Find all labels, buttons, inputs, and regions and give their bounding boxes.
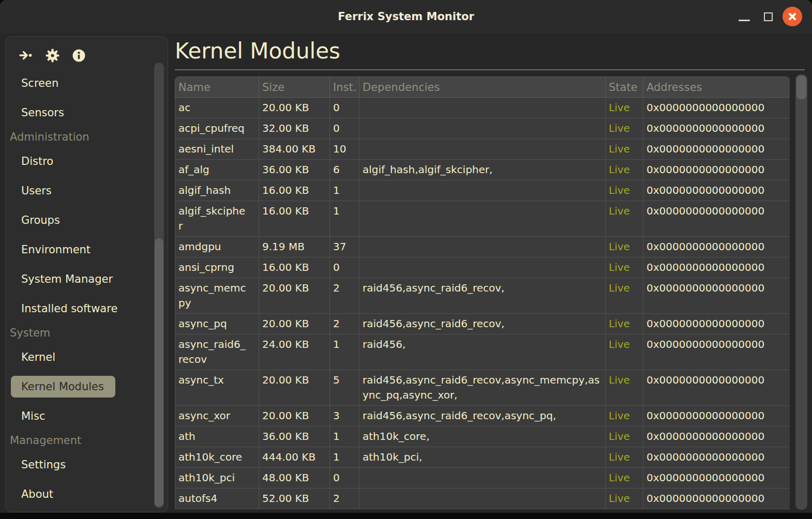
cell-addr: 0x0000000000000000 bbox=[643, 370, 790, 406]
sidebar-item-misc[interactable]: Misc bbox=[6, 401, 156, 431]
cell-size: 384.00 KB bbox=[259, 139, 330, 160]
arrow-right-button[interactable] bbox=[18, 47, 34, 64]
cell-addr: 0x0000000000000000 bbox=[643, 278, 790, 314]
table-row[interactable]: aesni_intel384.00 KB10Live0x000000000000… bbox=[175, 139, 790, 160]
cell-inst: 6 bbox=[330, 160, 359, 180]
table-row[interactable]: ac20.00 KB0Live0x0000000000000000 bbox=[175, 98, 790, 118]
cell-inst: 1 bbox=[330, 334, 359, 370]
table-row[interactable]: amdgpu9.19 MB37Live0x0000000000000000 bbox=[175, 237, 790, 257]
settings-button[interactable] bbox=[44, 47, 60, 64]
sidebar-item-label: Environment bbox=[21, 243, 91, 256]
table-scrollbar[interactable] bbox=[795, 74, 807, 510]
cell-size: 52.00 KB bbox=[259, 489, 330, 509]
cell-deps: ath10k_core, bbox=[359, 426, 606, 447]
sidebar-item-kernel-modules[interactable]: Kernel Modules bbox=[6, 372, 156, 401]
cell-deps bbox=[359, 118, 606, 139]
minimize-button[interactable] bbox=[732, 0, 756, 33]
arrow-right-icon bbox=[19, 49, 33, 62]
sidebar-item-settings[interactable]: Settings bbox=[6, 450, 156, 479]
cell-deps bbox=[359, 257, 606, 278]
table-row[interactable]: async_pq20.00 KB2raid456,async_raid6_rec… bbox=[175, 314, 790, 334]
sidebar-item-label: Installed software bbox=[21, 302, 117, 315]
sidebar-item-screen[interactable]: Screen bbox=[6, 68, 156, 98]
sidebar-section-system: System bbox=[6, 323, 156, 342]
cell-inst: 5 bbox=[330, 370, 359, 406]
maximize-button[interactable] bbox=[756, 0, 780, 33]
sidebar-item-environment[interactable]: Environment bbox=[6, 235, 156, 264]
table-row[interactable]: autofs452.00 KB2Live0x0000000000000000 bbox=[175, 489, 790, 509]
modules-table: NameSizeInst.DependenciesStateAddresses … bbox=[175, 77, 790, 509]
cell-state: Live bbox=[606, 370, 643, 406]
table-row[interactable]: ath36.00 KB1ath10k_core,Live0x0000000000… bbox=[175, 426, 790, 447]
table-row[interactable]: algif_hash16.00 KB1Live0x000000000000000… bbox=[175, 180, 790, 201]
cell-name: async_pq bbox=[175, 314, 259, 334]
table-row[interactable]: ansi_cprng16.00 KB0Live0x000000000000000… bbox=[175, 257, 790, 278]
table-row[interactable]: af_alg36.00 KB6algif_hash,algif_skcipher… bbox=[175, 160, 790, 180]
cell-state: Live bbox=[606, 180, 643, 201]
cell-size: 20.00 KB bbox=[259, 370, 330, 406]
cell-size: 24.00 KB bbox=[259, 334, 330, 370]
sidebar-scrollbar[interactable] bbox=[154, 63, 164, 508]
cell-state: Live bbox=[606, 447, 643, 468]
cell-deps: raid456,async_raid6_recov, bbox=[359, 314, 606, 334]
column-header-state[interactable]: State bbox=[606, 77, 643, 98]
cell-name: ath bbox=[175, 426, 259, 447]
cell-name: ansi_cprng bbox=[175, 257, 259, 278]
table-row[interactable]: async_raid6_recov24.00 KB1raid456,Live0x… bbox=[175, 334, 790, 370]
cell-state: Live bbox=[606, 257, 643, 278]
sidebar-item-label: Groups bbox=[21, 214, 60, 226]
cell-name: async_xor bbox=[175, 406, 259, 426]
sidebar-item-distro[interactable]: Distro bbox=[6, 146, 156, 176]
cell-name: async_tx bbox=[175, 370, 259, 406]
sidebar-item-users[interactable]: Users bbox=[6, 176, 156, 205]
table-scrollbar-thumb[interactable] bbox=[796, 75, 806, 99]
cell-addr: 0x0000000000000000 bbox=[643, 314, 790, 334]
cell-state: Live bbox=[606, 406, 643, 426]
sidebar-item-system-manager[interactable]: System Manager bbox=[6, 264, 156, 294]
table-row[interactable]: async_memcpy20.00 KB2raid456,async_raid6… bbox=[175, 278, 790, 314]
cell-deps: raid456,async_raid6_recov,async_pq, bbox=[359, 406, 606, 426]
column-header-name[interactable]: Name bbox=[175, 77, 259, 98]
cell-size: 16.00 KB bbox=[259, 257, 330, 278]
sidebar-item-groups[interactable]: Groups bbox=[6, 205, 156, 235]
cell-addr: 0x0000000000000000 bbox=[643, 237, 790, 257]
app-window: Ferrix System Monitor bbox=[0, 0, 812, 513]
cell-addr: 0x0000000000000000 bbox=[643, 489, 790, 509]
cell-deps bbox=[359, 489, 606, 509]
sidebar-scrollbar-thumb[interactable] bbox=[155, 238, 163, 507]
cell-size: 36.00 KB bbox=[259, 160, 330, 180]
window-title: Ferrix System Monitor bbox=[0, 0, 812, 33]
sidebar-item-about[interactable]: About bbox=[6, 479, 156, 509]
column-header-dependencies[interactable]: Dependencies bbox=[359, 77, 606, 98]
cell-size: 20.00 KB bbox=[259, 314, 330, 334]
sidebar-item-installed-software[interactable]: Installed software bbox=[6, 294, 156, 323]
table-row[interactable]: ath10k_core444.00 KB1ath10k_pci,Live0x00… bbox=[175, 447, 790, 468]
column-header-inst-[interactable]: Inst. bbox=[330, 77, 359, 98]
sidebar-item-sensors[interactable]: Sensors bbox=[6, 98, 156, 127]
table-row[interactable]: acpi_cpufreq32.00 KB0Live0x0000000000000… bbox=[175, 118, 790, 139]
sidebar-item-label: About bbox=[21, 488, 53, 500]
column-header-addresses[interactable]: Addresses bbox=[643, 77, 790, 98]
table-row[interactable]: ath10k_pci48.00 KB0Live0x000000000000000… bbox=[175, 468, 790, 489]
info-button[interactable] bbox=[71, 47, 86, 64]
cell-name: autofs4 bbox=[175, 489, 259, 509]
table-row[interactable]: async_tx20.00 KB5raid456,async_raid6_rec… bbox=[175, 370, 790, 406]
sidebar-item-kernel[interactable]: Kernel bbox=[6, 342, 156, 372]
column-header-size[interactable]: Size bbox=[259, 77, 330, 98]
table-header-row: NameSizeInst.DependenciesStateAddresses bbox=[175, 77, 790, 98]
cell-name: ath10k_pci bbox=[175, 468, 259, 489]
cell-state: Live bbox=[606, 118, 643, 139]
cell-inst: 3 bbox=[330, 406, 359, 426]
sidebar-item-label: Distro bbox=[21, 155, 53, 167]
table-row[interactable]: algif_skcipher16.00 KB1Live0x00000000000… bbox=[175, 201, 790, 237]
table-row[interactable]: async_xor20.00 KB3raid456,async_raid6_re… bbox=[175, 406, 790, 426]
sidebar-nav: ScreenSensorsAdministrationDistroUsersGr… bbox=[6, 68, 156, 509]
cell-inst: 1 bbox=[330, 447, 359, 468]
cell-size: 48.00 KB bbox=[259, 468, 330, 489]
cell-size: 16.00 KB bbox=[259, 180, 330, 201]
cell-deps bbox=[359, 237, 606, 257]
minimize-icon bbox=[739, 20, 750, 21]
cell-size: 20.00 KB bbox=[259, 98, 330, 118]
close-button[interactable] bbox=[780, 0, 805, 33]
cell-size: 20.00 KB bbox=[259, 406, 330, 426]
